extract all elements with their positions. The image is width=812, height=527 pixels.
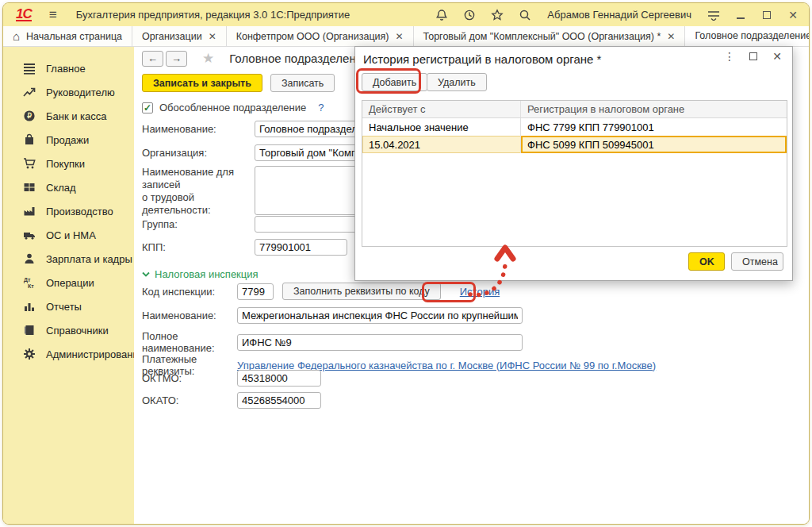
cancel-button[interactable]: Отмена (731, 252, 783, 271)
tab-label: Организации (142, 31, 202, 42)
favorite-star-icon[interactable]: ★ (202, 50, 214, 67)
fill-requisites-button[interactable]: Заполнить реквизиты по коду (282, 283, 441, 300)
sidebar-label: Продажи (46, 134, 89, 146)
close-window-button[interactable]: ✕ (787, 9, 799, 21)
sidebar: Главное Руководителю ₽ Банк и касса Прод… (3, 47, 134, 525)
sidebar-item-operacii[interactable]: ДтКт Операции (3, 271, 134, 294)
column-header-valid-from[interactable]: Действует с (362, 101, 521, 117)
labor-name-label-line1: Наименование для записей (142, 166, 234, 190)
inspection-code-label: Код инспекции: (142, 286, 237, 298)
sidebar-label: Склад (46, 182, 76, 194)
group-label: Группа: (142, 218, 255, 230)
dt-kt-icon: ДтКт (23, 276, 36, 289)
svg-text:Дт: Дт (24, 277, 31, 283)
sidebar-item-os-i-nma[interactable]: ОС и НМА (3, 223, 134, 247)
close-tab-icon[interactable]: ✕ (395, 31, 403, 42)
tax-inspection-section-toggle[interactable]: Налоговая инспекция (142, 268, 259, 280)
person-icon (23, 252, 36, 265)
sidebar-label: Производство (46, 206, 113, 217)
history-icon[interactable] (462, 8, 477, 22)
dialog-close-icon[interactable]: ✕ (772, 51, 783, 62)
cell-valid-from[interactable]: Начальное значение (362, 118, 521, 136)
main-menu-icon[interactable]: ≡ (49, 8, 57, 21)
sidebar-label: Справочники (46, 325, 109, 337)
kpp-input[interactable] (255, 239, 347, 256)
1c-logo: 1С (16, 8, 32, 21)
truck-icon (23, 229, 36, 241)
tab-label: Головное подразделение (Подразделение) (695, 30, 810, 41)
cell-registration[interactable]: ФНС 7799 КПП 779901001 (521, 118, 787, 136)
separate-division-label: Обособленное подразделение (159, 102, 306, 113)
kpp-label: КПП: (142, 241, 255, 253)
tax-section-title: Налоговая инспекция (155, 268, 259, 280)
cart-icon (23, 157, 36, 170)
tab-golovnoe-podrazdelenie[interactable]: Головное подразделение (Подразделение) ✕ (685, 26, 810, 46)
add-button[interactable]: Добавить (362, 73, 427, 91)
tab-torgovy-dom[interactable]: Торговый дом "Комплексный" ООО (Организа… (414, 26, 686, 46)
column-header-registration[interactable]: Регистрация в налоговом органе (521, 101, 787, 117)
sidebar-item-bank-i-kassa[interactable]: ₽ Банк и касса (3, 104, 134, 128)
tab-bar: ⌂ Начальная страница Организации ✕ Конфе… (3, 26, 809, 47)
sidebar-item-rukovoditelyu[interactable]: Руководителю (3, 80, 134, 104)
close-tab-icon[interactable]: ✕ (209, 31, 216, 42)
tax-name-input[interactable] (237, 307, 523, 324)
tab-label: Начальная страница (26, 31, 122, 42)
close-tab-icon[interactable]: ✕ (667, 31, 675, 42)
maximize-button[interactable] (760, 9, 773, 21)
save-button[interactable]: Записать (270, 74, 335, 92)
sidebar-label: Отчеты (46, 301, 82, 313)
book-icon (23, 324, 36, 337)
app-title: Бухгалтерия предприятия, редакция 3.0 1С… (76, 9, 350, 21)
tax-full-name-input[interactable] (237, 334, 523, 351)
forward-button[interactable]: → (166, 51, 187, 67)
okato-label: ОКАТО: (142, 394, 237, 406)
sidebar-item-glavnoe[interactable]: Главное (3, 56, 134, 80)
tab-organizations[interactable]: Организации ✕ (132, 26, 227, 46)
labor-name-label-line2: о трудовой деятельности: (142, 191, 211, 216)
ok-button[interactable]: OK (688, 252, 725, 271)
svg-text:Кт: Кт (28, 283, 34, 289)
table-header: Действует с Регистрация в налоговом орга… (362, 101, 787, 118)
tab-label: Конфетпром ООО (Организация) (236, 31, 389, 42)
delete-button[interactable]: Удалить (427, 73, 487, 91)
sidebar-item-otchety[interactable]: Отчеты (3, 294, 134, 318)
cell-valid-from[interactable]: 15.04.2021 (362, 136, 521, 153)
sidebar-item-sklad[interactable]: Склад (3, 175, 134, 199)
history-link[interactable]: История (460, 286, 500, 298)
sidebar-item-administrirovanie[interactable]: Администрирование (3, 342, 134, 366)
help-question-link[interactable]: ? (318, 102, 324, 113)
cell-registration[interactable]: ФНС 5099 КПП 509945001 (521, 136, 787, 153)
table-row[interactable]: Начальное значение ФНС 7799 КПП 77990100… (362, 118, 787, 136)
name-label: Наименование: (142, 123, 255, 135)
search-icon[interactable] (518, 8, 532, 22)
save-and-close-button[interactable]: Записать и закрыть (142, 74, 262, 92)
warehouse-grid-icon (23, 181, 36, 194)
minimize-button[interactable] (734, 9, 747, 21)
inspection-code-input[interactable] (237, 283, 274, 300)
okato-input[interactable] (237, 392, 321, 409)
sidebar-item-spravochniki[interactable]: Справочники (3, 318, 134, 342)
gear-icon (23, 348, 36, 360)
notifications-bell-icon[interactable] (435, 8, 449, 22)
separate-division-checkbox[interactable]: ✓ (142, 102, 153, 113)
favorites-star-icon[interactable] (490, 8, 504, 22)
tab-home[interactable]: ⌂ Начальная страница (3, 26, 132, 46)
table-row-selected[interactable]: 15.04.2021 ФНС 5099 КПП 509945001 (362, 136, 787, 153)
back-button[interactable]: ← (142, 51, 163, 67)
sidebar-item-prodazhi[interactable]: Продажи (3, 128, 134, 152)
organization-label: Организация: (142, 147, 255, 159)
oktmo-input[interactable] (237, 370, 321, 387)
shopping-bag-icon (23, 133, 36, 146)
sidebar-item-proizvodstvo[interactable]: Производство (3, 199, 134, 223)
sidebar-item-zarplata-i-kadry[interactable]: Зарплата и кадры (3, 247, 134, 271)
tab-label: Торговый дом "Комплексный" ООО (Организа… (423, 31, 661, 42)
dialog-maximize-icon[interactable] (748, 51, 759, 62)
current-user[interactable]: Абрамов Геннадий Сергеевич (547, 9, 691, 21)
service-menu-icon[interactable] (707, 8, 721, 22)
dialog-more-icon[interactable]: ⋮ (724, 51, 735, 62)
tab-konfetprom[interactable]: Конфетпром ООО (Организация) ✕ (227, 26, 414, 46)
factory-icon (23, 205, 36, 217)
sidebar-label: Главное (46, 63, 86, 75)
titlebar: 1С ≡ Бухгалтерия предприятия, редакция 3… (3, 3, 809, 26)
sidebar-item-pokupki[interactable]: Покупки (3, 152, 134, 175)
